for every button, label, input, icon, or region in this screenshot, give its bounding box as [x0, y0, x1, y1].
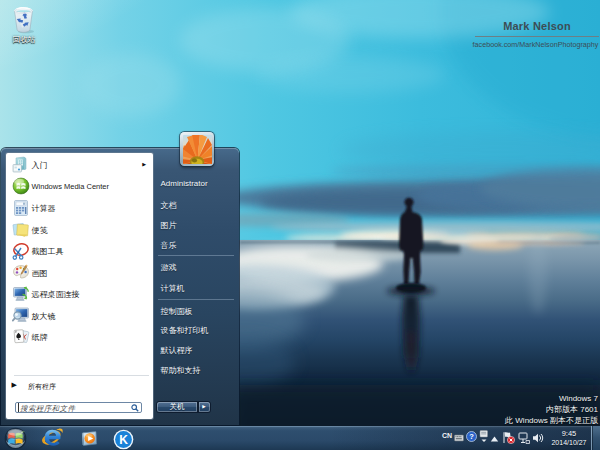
svg-text:K: K — [119, 433, 128, 447]
svg-text:?: ? — [469, 432, 474, 441]
